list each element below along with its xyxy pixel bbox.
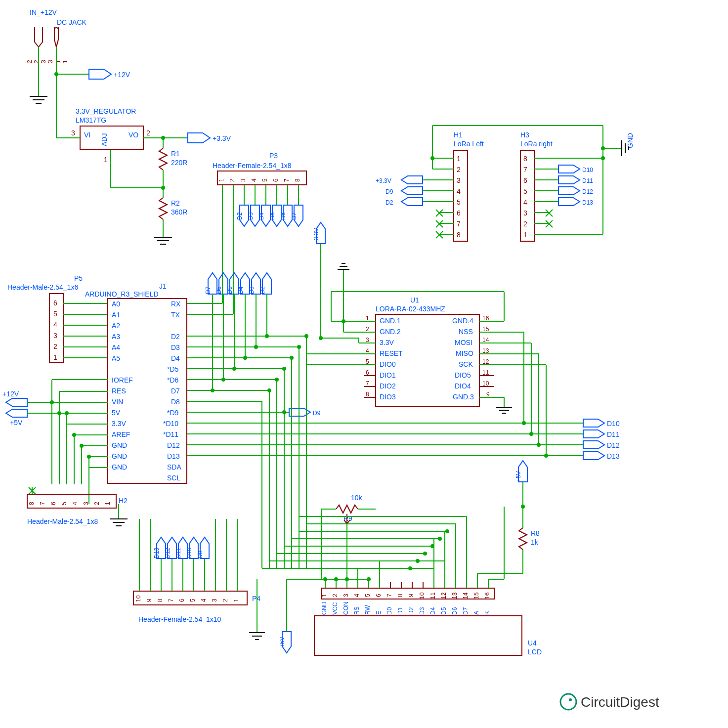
svg-text:6: 6 bbox=[457, 209, 461, 217]
svg-text:5: 5 bbox=[364, 594, 371, 597]
svg-text:6: 6 bbox=[375, 594, 382, 597]
nets-mid-d2-d7: D7 D6 D5 D4 D3 D2 bbox=[205, 273, 271, 392]
svg-text:A1: A1 bbox=[112, 311, 120, 319]
svg-text:6: 6 bbox=[178, 599, 185, 602]
svg-text:D2: D2 bbox=[171, 333, 180, 341]
svg-text:A3: A3 bbox=[112, 333, 120, 341]
svg-text:220R: 220R bbox=[171, 159, 187, 167]
svg-text:D11: D11 bbox=[175, 548, 182, 558]
svg-text:3.3V: 3.3V bbox=[380, 339, 394, 346]
svg-text:D3: D3 bbox=[419, 607, 426, 615]
lcd-u4: U4 LCD GND VCC CON RS RW E D0 D1 D2 D3 D… bbox=[299, 507, 542, 656]
svg-text:7: 7 bbox=[386, 594, 393, 597]
svg-rect-327 bbox=[520, 150, 534, 241]
circuit-digest-logo: CircuitDigest bbox=[560, 694, 659, 710]
svg-text:2: 2 bbox=[53, 343, 57, 350]
svg-text:VI: VI bbox=[84, 131, 90, 139]
svg-text:GND.2: GND.2 bbox=[380, 328, 401, 336]
svg-text:+3.3V: +3.3V bbox=[376, 177, 391, 184]
svg-text:D2: D2 bbox=[259, 286, 266, 294]
svg-text:6: 6 bbox=[272, 178, 279, 182]
svg-text:11: 11 bbox=[482, 369, 489, 376]
svg-text:DIO1: DIO1 bbox=[380, 371, 396, 379]
svg-text:J1: J1 bbox=[159, 282, 167, 290]
svg-text:A: A bbox=[473, 611, 480, 615]
svg-text:8: 8 bbox=[523, 155, 527, 163]
svg-text:IOREF: IOREF bbox=[112, 376, 133, 384]
svg-text:D8: D8 bbox=[171, 398, 180, 406]
svg-text:R8: R8 bbox=[531, 529, 540, 537]
svg-text:10: 10 bbox=[135, 595, 142, 602]
svg-text:SDA: SDA bbox=[167, 463, 181, 471]
svg-text:GND: GND bbox=[112, 441, 127, 449]
svg-point-292 bbox=[521, 505, 525, 509]
svg-point-153 bbox=[243, 356, 247, 360]
svg-text:10: 10 bbox=[482, 380, 489, 387]
svg-text:GND.3: GND.3 bbox=[453, 393, 474, 401]
svg-text:3: 3 bbox=[457, 176, 461, 184]
ground-symbol bbox=[496, 407, 512, 413]
svg-text:16: 16 bbox=[482, 315, 489, 322]
svg-text:2: 2 bbox=[229, 178, 236, 182]
svg-text:P4: P4 bbox=[252, 595, 260, 602]
svg-text:D4: D4 bbox=[171, 354, 180, 362]
svg-text:14: 14 bbox=[482, 337, 489, 343]
svg-point-413 bbox=[445, 529, 449, 533]
svg-text:3: 3 bbox=[83, 502, 89, 505]
ground-symbol bbox=[110, 519, 128, 526]
svg-text:DIO3: DIO3 bbox=[380, 393, 396, 401]
svg-text:9: 9 bbox=[486, 391, 490, 398]
svg-text:*D6: *D6 bbox=[167, 376, 179, 384]
svg-text:15: 15 bbox=[473, 592, 480, 599]
header-h2: 8 7 6 5 4 3 2 1 H2 Header-Male-2.54_1x8 bbox=[27, 487, 128, 526]
svg-text:IN_+12V: IN_+12V bbox=[30, 8, 57, 16]
svg-text:D10: D10 bbox=[582, 167, 593, 173]
svg-text:LCD: LCD bbox=[528, 648, 542, 656]
svg-text:SCL: SCL bbox=[167, 474, 180, 482]
svg-text:7: 7 bbox=[168, 599, 174, 602]
svg-text:RESET: RESET bbox=[380, 349, 403, 357]
svg-point-355 bbox=[601, 146, 605, 150]
svg-text:D7: D7 bbox=[462, 607, 469, 615]
svg-text:D0: D0 bbox=[386, 607, 393, 615]
svg-text:H3: H3 bbox=[520, 131, 529, 139]
svg-text:4: 4 bbox=[366, 347, 369, 354]
svg-point-410 bbox=[423, 552, 427, 556]
net-5v: +5V bbox=[515, 461, 527, 518]
arduino-j1: J1 ARDUINO_R3_SHIELD A0 A1 A2 A3 A4 A5 I… bbox=[85, 282, 546, 483]
svg-text:+12V: +12V bbox=[114, 71, 130, 79]
svg-text:D12: D12 bbox=[167, 441, 180, 449]
svg-text:AREF: AREF bbox=[112, 430, 130, 438]
svg-text:3: 3 bbox=[47, 60, 54, 63]
svg-text:CircuitDigest: CircuitDigest bbox=[581, 694, 659, 710]
svg-text:Header-Male-2.54_1x6: Header-Male-2.54_1x6 bbox=[7, 283, 78, 291]
svg-text:D5: D5 bbox=[226, 286, 233, 294]
svg-text:DIO5: DIO5 bbox=[455, 371, 471, 379]
svg-text:DIO2: DIO2 bbox=[380, 382, 396, 390]
svg-rect-182 bbox=[27, 494, 116, 508]
svg-text:5V: 5V bbox=[112, 409, 121, 417]
svg-text:3: 3 bbox=[366, 337, 369, 343]
ground-symbol-p4 bbox=[249, 579, 265, 640]
svg-text:D2: D2 bbox=[385, 199, 393, 206]
svg-text:D7: D7 bbox=[171, 387, 180, 395]
header-p5: P5 Header-Male-2.54_1x6 6 5 4 3 2 1 bbox=[7, 274, 108, 363]
svg-text:8: 8 bbox=[366, 391, 369, 398]
schematic-diagram: IN_+12V DC JACK 2 2 3 3 1 1 +12V 3.3V_RE… bbox=[0, 0, 728, 728]
svg-text:2: 2 bbox=[222, 599, 229, 602]
svg-text:LM317TG: LM317TG bbox=[76, 116, 106, 124]
svg-text:3.3V_REGULATOR: 3.3V_REGULATOR bbox=[76, 107, 136, 115]
svg-text:Header-Female-2.54_1x10: Header-Female-2.54_1x10 bbox=[138, 615, 221, 623]
svg-text:*D5: *D5 bbox=[167, 365, 179, 373]
svg-rect-427 bbox=[314, 616, 522, 655]
svg-text:3: 3 bbox=[343, 594, 349, 597]
svg-text:GND: GND bbox=[321, 601, 328, 615]
svg-text:2: 2 bbox=[146, 129, 150, 137]
svg-text:11: 11 bbox=[429, 592, 436, 599]
svg-point-400 bbox=[267, 388, 271, 392]
svg-point-399 bbox=[275, 378, 279, 382]
svg-text:D5: D5 bbox=[440, 607, 447, 615]
svg-text:D10: D10 bbox=[186, 548, 193, 558]
svg-text:8: 8 bbox=[397, 594, 404, 597]
svg-text:D9: D9 bbox=[197, 551, 204, 558]
